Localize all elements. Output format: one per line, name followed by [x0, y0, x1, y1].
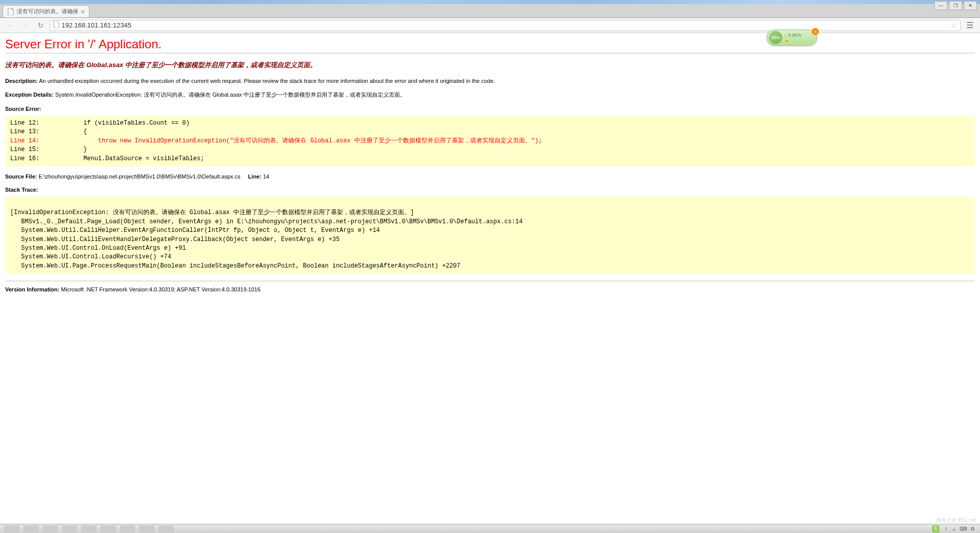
version-text: Microsoft .NET Framework Version:4.0.303…	[59, 286, 261, 292]
source-code-block: Line 12: if (visibleTables.Count == 0) L…	[5, 116, 975, 166]
source-file-path: E:\zhouhongyu\projects\asp.net-project\B…	[37, 173, 240, 180]
description-text: An unhandled exception occurred during t…	[38, 78, 495, 84]
taskbar-item[interactable]	[159, 525, 174, 532]
tab-title: 没有可访问的表。请确保	[17, 8, 78, 15]
taskbar-item[interactable]	[120, 525, 135, 532]
stack-trace-label: Stack Trace:	[5, 187, 975, 193]
version-label: Version Information:	[5, 286, 59, 292]
taskbar-item[interactable]	[101, 525, 116, 532]
tab-bar: 没有可访问的表。请确保 × — ❐ ✕	[0, 4, 980, 18]
source-file-label: Source File:	[5, 173, 37, 180]
code-line-15: Line 15: }	[10, 146, 87, 153]
error-msg-bold: Global.asax	[86, 61, 124, 69]
error-msg-post: 中注册了至少一个数据模型并启用了基架，或者实现自定义页面。	[124, 61, 317, 69]
down-arrow-icon: ↓	[784, 32, 787, 38]
taskbar-item[interactable]	[139, 525, 155, 532]
code-line-16: Line 16: Menu1.DataSource = visibleTable…	[10, 155, 204, 162]
code-line-12: Line 12: if (visibleTables.Count == 0)	[10, 120, 190, 127]
keyboard-icon[interactable]: ⌨	[960, 525, 967, 532]
url-bar: ← → ↻ 192.168.101.161:12345 ☆ ☰	[0, 18, 980, 33]
minimize-button[interactable]: —	[934, 1, 947, 10]
taskbar: 五 ☽ ᴗ ⌨ ⚙	[0, 524, 980, 533]
system-tray: 五 ☽ ᴗ ⌨ ⚙	[932, 525, 980, 532]
cloud-icon: ☁	[784, 38, 801, 43]
page-icon	[7, 8, 14, 15]
divider-bottom	[5, 281, 975, 281]
float-widget[interactable]: 38% ↓ 0.9K/s ☁ 9	[767, 29, 817, 46]
forward-button[interactable]: →	[19, 19, 32, 32]
version-section: Version Information: Microsoft .NET Fram…	[5, 286, 975, 292]
power-icon[interactable]: ᴗ	[951, 525, 958, 532]
taskbar-item[interactable]	[81, 525, 97, 532]
ime-icon[interactable]: 五	[932, 525, 939, 532]
close-window-button[interactable]: ✕	[964, 1, 977, 10]
widget-info: ↓ 0.9K/s ☁	[784, 32, 801, 43]
taskbar-item[interactable]	[62, 525, 77, 532]
code-line-13: Line 13: {	[10, 128, 87, 135]
exception-label: Exception Details:	[5, 92, 53, 98]
description-label: Description:	[5, 78, 38, 84]
line-label: Line:	[248, 173, 261, 180]
source-error-label: Source Error:	[5, 106, 975, 112]
browser-tab[interactable]: 没有可访问的表。请确保 ×	[3, 5, 89, 17]
divider	[5, 53, 975, 53]
line-number: 14	[261, 173, 269, 180]
url-field[interactable]: 192.168.101.161:12345 ☆	[50, 20, 961, 31]
source-file-section: Source File: E:\zhouhongyu\projects\asp.…	[5, 173, 975, 180]
description-section: Description: An unhandled exception occu…	[5, 78, 975, 84]
window-controls: — ❐ ✕	[934, 1, 977, 10]
error-msg-pre: 没有可访问的表。请确保在	[5, 61, 86, 69]
maximize-button[interactable]: ❐	[949, 1, 962, 10]
exception-text: System.InvalidOperationException: 没有可访问的…	[53, 92, 406, 98]
page-icon	[53, 21, 59, 29]
page-content: Server Error in '/' Application. 没有可访问的表…	[0, 33, 980, 297]
star-icon[interactable]: ☆	[951, 21, 957, 29]
widget-badge: 9	[812, 28, 819, 35]
taskbar-item[interactable]	[43, 525, 58, 532]
settings-icon[interactable]: ⚙	[969, 525, 976, 532]
moon-icon[interactable]: ☽	[941, 525, 948, 532]
widget-percent: 38%	[771, 35, 780, 40]
stack-trace-block: [InvalidOperationException: 没有可访问的表。请确保在…	[5, 197, 975, 274]
url-text: 192.168.101.161:12345	[62, 21, 131, 29]
tab-close-icon[interactable]: ×	[81, 8, 85, 16]
taskbar-item[interactable]	[23, 525, 39, 532]
error-message: 没有可访问的表。请确保在 Global.asax 中注册了至少一个数据模型并启用…	[5, 61, 975, 70]
exception-section: Exception Details: System.InvalidOperati…	[5, 91, 975, 99]
widget-percent-circle: 38%	[769, 31, 782, 44]
error-title: Server Error in '/' Application.	[5, 37, 975, 51]
taskbar-items	[0, 525, 174, 532]
widget-speed: 0.9K/s	[788, 33, 802, 38]
window-top-border	[0, 0, 980, 4]
reload-button[interactable]: ↻	[35, 19, 47, 32]
code-line-14: Line 14: throw new InvalidOperationExcep…	[10, 137, 542, 144]
watermark: 脚本之家 jb51.net	[936, 517, 976, 524]
back-button[interactable]: ←	[4, 19, 16, 32]
taskbar-item[interactable]	[4, 525, 19, 532]
menu-button[interactable]: ☰	[964, 19, 976, 32]
